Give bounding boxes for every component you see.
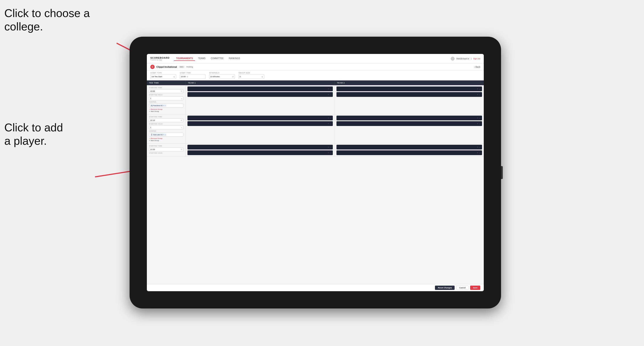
course-tag-remove-row2[interactable]: × <box>163 134 164 136</box>
slot-x-icon[interactable]: × <box>328 88 329 90</box>
sign-out-link[interactable]: Sign out <box>473 58 480 60</box>
player-slot-t2r1s2[interactable]: × ⌄ <box>336 92 482 97</box>
slot-chevron-icon[interactable]: ⌄ <box>479 88 481 90</box>
start-time-value: 10:00 <box>181 75 186 78</box>
slot-chevron-icon[interactable]: ⌄ <box>330 123 332 125</box>
course-input-row2[interactable]: 🏌 East Lake GC × ⌄ <box>149 133 183 137</box>
action-links-row2: ○ Remove Group + Add Group <box>149 137 183 142</box>
group-size-group: Group Size 3 ⌄ <box>238 72 264 79</box>
nav-committee[interactable]: COMMITTEE <box>208 56 226 61</box>
group-size-select[interactable]: 3 ⌄ <box>238 74 264 79</box>
tablet: SCOREBOARD Powered by clippi TOURNAMENTS… <box>130 37 501 309</box>
group-size-chevron: ⌄ <box>262 75 263 78</box>
player-slot-t1r1s2[interactable]: × ⌄ <box>188 92 333 97</box>
start-time-label: Start Time <box>180 72 206 74</box>
course-label-row1: COURSE: <box>149 101 183 103</box>
slot-x-icon[interactable]: × <box>477 152 478 154</box>
group-size-label: Group Size <box>238 72 264 74</box>
slot-x-icon[interactable]: × <box>328 93 329 96</box>
slot-x-icon[interactable]: × <box>477 88 478 90</box>
left-panel-row2: STARTING TIME: 10:10 ⏱ STARTING HOLE: 1 … <box>147 114 186 143</box>
slot-x-icon[interactable]: × <box>477 117 478 119</box>
remove-group-row2[interactable]: ○ Remove Group <box>149 137 183 139</box>
slot-chevron-icon[interactable]: ⌄ <box>330 146 332 148</box>
player-slot-t1r2s2[interactable]: × ⌄ <box>188 121 333 126</box>
col-team1: Team 1 <box>186 80 335 85</box>
start-type-select[interactable]: 1st Tee Start ⌄ <box>150 74 176 79</box>
player-slot-t1r3s2[interactable]: × ⌄ <box>188 150 333 155</box>
player-slot-t2r3s1[interactable]: × ⌄ <box>336 145 482 150</box>
nav-rankings[interactable]: RANKINGS <box>227 56 242 61</box>
course-tag-row2: 🏌 East Lake GC × ⌄ <box>150 134 166 136</box>
slot-chevron-icon[interactable]: ⌄ <box>330 152 332 154</box>
slot-x-icon[interactable]: × <box>328 152 329 154</box>
save-button[interactable]: Save <box>470 286 480 290</box>
add-group-row1[interactable]: + Add Group <box>149 110 183 112</box>
player-slot-t1r2s1[interactable]: × ⌄ <box>188 116 333 120</box>
slot-chevron-icon[interactable]: ⌄ <box>479 117 481 119</box>
start-time-group: Start Time 10:00 ⏱ <box>180 72 206 79</box>
slot-chevron-icon[interactable]: ⌄ <box>479 146 481 148</box>
back-button[interactable]: ‹ Back <box>474 66 480 68</box>
starting-time-input-row3[interactable]: 10:20 ⏱ <box>149 148 183 152</box>
annotation-top-line1: Click to choose a <box>4 6 90 20</box>
reset-changes-button[interactable]: Reset Changes <box>435 286 454 290</box>
player-slot-t2r2s1[interactable]: × ⌄ <box>336 116 482 120</box>
slot-chevron-icon[interactable]: ⌄ <box>330 117 332 119</box>
annotation-top: Click to choose a college. <box>4 6 90 33</box>
starting-time-input-row1[interactable]: 10:00 ⏱ <box>149 89 183 93</box>
team2-col-row3: × ⌄ × ⌄ <box>335 144 484 156</box>
course-input-row1[interactable]: (A) Peachtree GC × ⌄ <box>149 104 183 107</box>
starting-time-input-row2[interactable]: 10:10 ⏱ <box>149 118 183 122</box>
player-slot-t1r1s1[interactable]: × ⌄ <box>188 86 333 91</box>
nav-tournaments[interactable]: TOURNAMENTS <box>174 56 195 61</box>
slot-x-icon[interactable]: × <box>477 123 478 125</box>
slot-x-icon[interactable]: × <box>477 146 478 148</box>
slot-chevron-icon[interactable]: ⌄ <box>330 88 332 90</box>
navbar-nav: TOURNAMENTS TEAMS COMMITTEE RANKINGS <box>174 56 451 61</box>
start-type-value: 1st Tee Start <box>152 75 162 78</box>
action-links-row1: ○ Remove Group + Add Group <box>149 108 183 112</box>
table-row: STARTING TIME: 10:20 ⏱ STARTING HOLE: × … <box>147 144 484 157</box>
player-slot-t2r2s2[interactable]: × ⌄ <box>336 121 482 126</box>
add-icon-row1: + <box>149 110 150 112</box>
user-email: blair@clippd.io <box>456 58 469 60</box>
start-type-label: Start Type <box>150 72 176 74</box>
add-group-row2[interactable]: + Add Group <box>149 140 183 142</box>
intervals-select[interactable]: 10 Minutes ⏱ <box>209 74 235 79</box>
player-slot-t2r3s2[interactable]: × ⌄ <box>336 150 482 155</box>
start-time-clock-icon: ⏱ <box>186 76 188 78</box>
intervals-label: Intervals <box>209 72 235 74</box>
course-tag-remove-row1[interactable]: × <box>163 105 164 106</box>
col-tee-time: Tee Time <box>147 80 186 85</box>
slot-chevron-icon[interactable]: ⌄ <box>479 93 481 96</box>
start-time-input[interactable]: 10:00 ⏱ <box>180 74 206 79</box>
left-panel-row1: STARTING TIME: 10:00 ⏱ STARTING HOLE: 1 … <box>147 85 186 114</box>
player-slot-t1r3s1[interactable]: × ⌄ <box>188 145 333 150</box>
starting-hole-input-row2[interactable]: 1 ⌄ <box>149 126 183 129</box>
start-type-chevron: ⌄ <box>174 75 175 78</box>
navbar: SCOREBOARD Powered by clippi TOURNAMENTS… <box>147 54 484 63</box>
cancel-button[interactable]: Cancel <box>456 286 468 290</box>
slot-x-icon[interactable]: × <box>328 146 329 148</box>
nav-teams[interactable]: TEAMS <box>196 56 208 61</box>
slot-chevron-icon[interactable]: ⌄ <box>479 152 481 154</box>
annotation-bottom-line1: Click to add <box>4 121 63 134</box>
time-icon-row2: ⏱ <box>181 120 182 121</box>
table-row: STARTING TIME: 10:10 ⏱ STARTING HOLE: 1 … <box>147 114 484 144</box>
slot-x-icon[interactable]: × <box>328 123 329 125</box>
slot-x-icon[interactable]: × <box>328 117 329 119</box>
slot-chevron-icon[interactable]: ⌄ <box>330 93 332 96</box>
slot-x-icon[interactable]: × <box>477 93 478 96</box>
slot-chevron-icon[interactable]: ⌄ <box>479 123 481 125</box>
event-title: Clippd Invitational <box>156 66 177 68</box>
hosting-badge: Hosting <box>186 66 193 68</box>
gender-badge: Men <box>178 66 185 68</box>
team1-col-row2: × ⌄ × ⌄ <box>186 114 335 143</box>
player-slot-t2r1s1[interactable]: × ⌄ <box>336 86 482 91</box>
user-avatar <box>451 57 454 61</box>
hole-chevron-row2: ⌄ <box>181 127 182 128</box>
remove-group-row1[interactable]: ○ Remove Group <box>149 108 183 110</box>
starting-hole-input-row1[interactable]: 1 ⌄ <box>149 96 183 100</box>
remove-icon-row1: ○ <box>149 108 150 110</box>
